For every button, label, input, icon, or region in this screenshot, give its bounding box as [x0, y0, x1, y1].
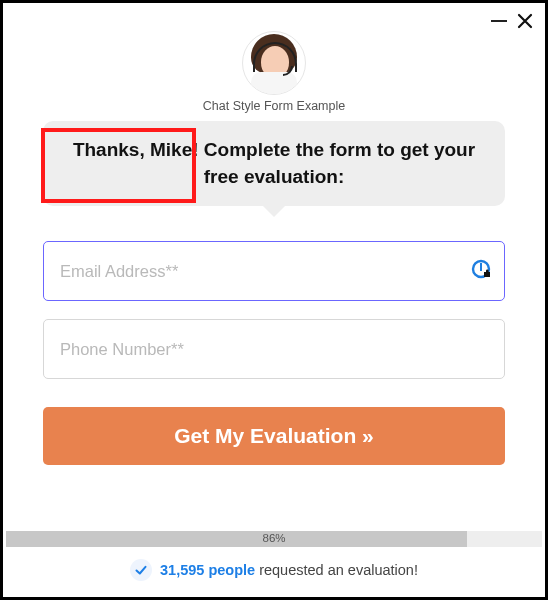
- modal-window: Chat Style Form Example Thanks, Mike! Co…: [0, 0, 548, 600]
- social-proof-row: 31,595 people requested an evaluation!: [6, 559, 542, 581]
- minimize-icon[interactable]: [491, 20, 507, 22]
- social-proof-count: 31,595 people: [160, 562, 255, 578]
- chat-bubble-tail-icon: [262, 205, 286, 217]
- footer-area: 86% 31,595 people requested an evaluatio…: [6, 531, 542, 581]
- phone-field[interactable]: [43, 319, 505, 379]
- example-label: Chat Style Form Example: [3, 99, 545, 113]
- phone-field-wrap: [43, 319, 505, 379]
- window-controls: [491, 13, 533, 29]
- email-field-wrap: [43, 241, 505, 301]
- social-proof-rest: requested an evaluation!: [255, 562, 418, 578]
- lead-form: Get My Evaluation »: [43, 241, 505, 465]
- close-icon[interactable]: [517, 13, 533, 29]
- email-field[interactable]: [43, 241, 505, 301]
- progress-label: 86%: [6, 532, 542, 544]
- social-proof-text: 31,595 people requested an evaluation!: [160, 562, 418, 578]
- chat-bubble: Thanks, Mike! Complete the form to get y…: [43, 121, 505, 217]
- chat-bubble-text: Thanks, Mike! Complete the form to get y…: [43, 121, 505, 206]
- agent-avatar: [242, 31, 306, 95]
- check-icon: [130, 559, 152, 581]
- submit-button[interactable]: Get My Evaluation »: [43, 407, 505, 465]
- svg-rect-1: [480, 263, 482, 271]
- progress-bar: 86%: [6, 531, 542, 547]
- password-manager-icon[interactable]: [471, 258, 493, 284]
